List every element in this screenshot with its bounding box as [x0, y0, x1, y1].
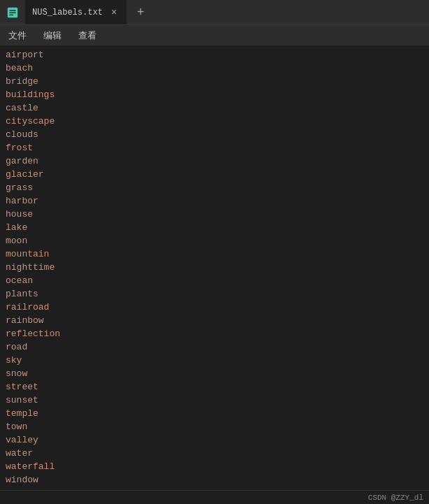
tab-close-button[interactable]: ×: [108, 7, 120, 18]
list-item: railroad: [6, 301, 423, 314]
list-item: buildings: [6, 88, 423, 101]
menu-bar: 文件 编辑 查看: [0, 24, 429, 45]
list-item: castle: [6, 101, 423, 115]
menu-item-file[interactable]: 文件: [6, 28, 29, 43]
list-item: sunset: [6, 394, 423, 407]
svg-rect-1: [10, 10, 16, 10]
list-item: mountain: [6, 247, 423, 261]
list-item: snow: [6, 367, 423, 380]
new-tab-button[interactable]: +: [132, 4, 149, 21]
svg-rect-2: [10, 12, 16, 13]
list-item: sky: [6, 354, 423, 367]
list-item: waterfall: [6, 460, 423, 473]
list-item: beach: [6, 62, 423, 75]
tab[interactable]: NUS_labels.txt ×: [25, 0, 127, 24]
list-item: window: [6, 473, 423, 487]
list-item: grass: [6, 181, 423, 194]
list-item: airport: [6, 48, 423, 62]
tab-label: NUS_labels.txt: [32, 8, 103, 17]
list-item: water: [6, 447, 423, 460]
list-item: temple: [6, 407, 423, 420]
svg-rect-3: [10, 14, 13, 15]
list-item: harbor: [6, 194, 423, 208]
list-item: house: [6, 208, 423, 221]
list-item: rainbow: [6, 314, 423, 327]
list-item: moon: [6, 234, 423, 247]
list-item: town: [6, 420, 423, 433]
menu-item-view[interactable]: 查看: [76, 28, 99, 43]
list-item: street: [6, 380, 423, 394]
status-bar: CSDN @ZZY_dl: [0, 490, 429, 504]
list-item: valley: [6, 433, 423, 447]
list-item: frost: [6, 141, 423, 154]
list-item: garden: [6, 154, 423, 168]
title-bar: NUS_labels.txt × +: [0, 0, 429, 24]
list-item: clouds: [6, 128, 423, 141]
list-item: road: [6, 340, 423, 354]
content-area: airportbeachbridgebuildingscastlecitysca…: [0, 45, 429, 490]
list-item: plants: [6, 287, 423, 301]
list-item: ocean: [6, 274, 423, 287]
list-item: lake: [6, 221, 423, 234]
list-item: nighttime: [6, 261, 423, 274]
app-icon: [6, 6, 20, 20]
menu-item-edit[interactable]: 编辑: [41, 28, 64, 43]
list-item: reflection: [6, 327, 423, 340]
list-item: glacier: [6, 168, 423, 181]
status-text: CSDN @ZZY_dl: [368, 494, 423, 502]
list-item: cityscape: [6, 115, 423, 128]
list-item: bridge: [6, 75, 423, 88]
